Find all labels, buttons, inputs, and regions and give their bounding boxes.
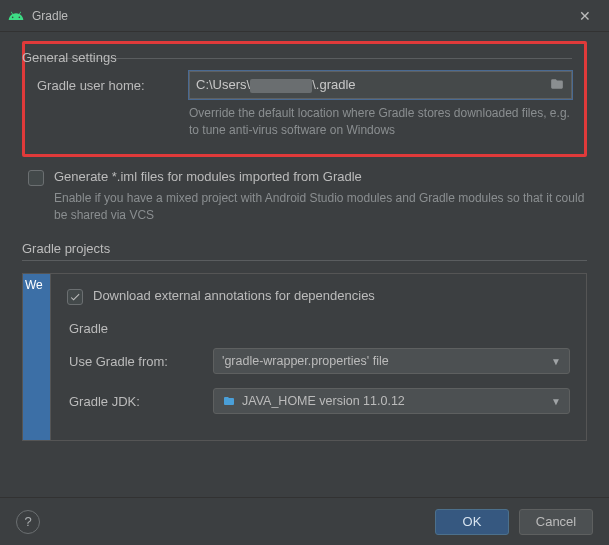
use-gradle-from-row: Use Gradle from: 'gradle-wrapper.propert… — [69, 348, 570, 374]
ok-button[interactable]: OK — [435, 509, 509, 535]
chevron-down-icon: ▼ — [551, 356, 561, 367]
folder-icon — [222, 395, 236, 407]
gradle-jdk-label: Gradle JDK: — [69, 394, 199, 409]
folder-icon[interactable] — [549, 77, 565, 94]
download-annotations-checkbox[interactable] — [67, 289, 83, 305]
gradle-home-hint: Override the default location where Grad… — [189, 105, 572, 140]
chevron-down-icon: ▼ — [551, 396, 561, 407]
generate-iml-label: Generate *.iml files for modules importe… — [54, 169, 362, 184]
window-title: Gradle — [32, 9, 569, 23]
separator — [37, 58, 572, 59]
gradle-jdk-row: Gradle JDK: JAVA_HOME version 11.0.12 ▼ — [69, 388, 570, 414]
generate-iml-checkbox[interactable] — [28, 170, 44, 186]
project-panel: Download external annotations for depend… — [50, 273, 587, 441]
download-annotations-row[interactable]: Download external annotations for depend… — [67, 288, 570, 305]
redacted-username — [250, 79, 312, 93]
gradle-home-input[interactable]: C:\Users\\.gradle — [189, 71, 572, 99]
use-gradle-from-label: Use Gradle from: — [69, 354, 199, 369]
cancel-button[interactable]: Cancel — [519, 509, 593, 535]
dialog-content: General settings Gradle user home: C:\Us… — [0, 32, 609, 497]
generate-iml-row[interactable]: Generate *.iml files for modules importe… — [28, 169, 587, 186]
gradle-projects-title: Gradle projects — [22, 241, 587, 256]
separator — [22, 260, 587, 261]
help-button[interactable]: ? — [16, 510, 40, 534]
gradle-projects-section: Gradle projects We Download external ann… — [22, 241, 587, 441]
gradle-jdk-select[interactable]: JAVA_HOME version 11.0.12 ▼ — [213, 388, 570, 414]
download-annotations-label: Download external annotations for depend… — [93, 288, 375, 303]
gradle-home-row: Gradle user home: C:\Users\\.gradle — [37, 71, 572, 99]
use-gradle-from-select[interactable]: 'gradle-wrapper.properties' file ▼ — [213, 348, 570, 374]
android-icon — [8, 8, 24, 24]
project-list-item[interactable]: We — [22, 273, 50, 441]
gradle-home-label: Gradle user home: — [37, 78, 177, 93]
titlebar: Gradle ✕ — [0, 0, 609, 32]
generate-iml-hint: Enable if you have a mixed project with … — [54, 190, 587, 224]
gradle-subtitle: Gradle — [69, 321, 570, 336]
gradle-home-value: C:\Users\\.gradle — [196, 77, 549, 93]
dialog-footer: ? OK Cancel — [0, 497, 609, 545]
close-button[interactable]: ✕ — [569, 8, 601, 24]
